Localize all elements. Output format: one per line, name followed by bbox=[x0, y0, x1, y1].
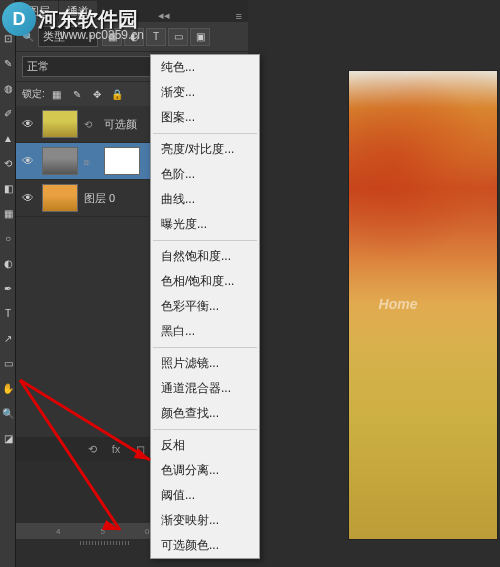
tool-history[interactable]: ⟲ bbox=[1, 151, 15, 175]
document-image[interactable]: Home bbox=[348, 70, 498, 540]
ruler-mark: 5 bbox=[100, 527, 104, 536]
tool-colors[interactable]: ◪ bbox=[1, 426, 15, 450]
adjustment-menu: 纯色... 渐变... 图案... 亮度/对比度... 色阶... 曲线... … bbox=[150, 54, 260, 559]
panel-menu-icon[interactable]: ≡ bbox=[230, 10, 248, 22]
lock-pixel-icon[interactable]: ▦ bbox=[49, 86, 65, 102]
menu-threshold[interactable]: 阈值... bbox=[151, 483, 259, 508]
lock-label: 锁定: bbox=[22, 87, 45, 101]
filter-text-icon[interactable]: T bbox=[146, 28, 166, 46]
tool-text[interactable]: T bbox=[1, 301, 15, 325]
watermark-url: www.pc0359.cn bbox=[60, 28, 144, 42]
menu-photo-filter[interactable]: 照片滤镜... bbox=[151, 351, 259, 376]
lock-brush-icon[interactable]: ✎ bbox=[69, 86, 85, 102]
menu-separator bbox=[153, 347, 257, 348]
tool-pen[interactable]: ✒ bbox=[1, 276, 15, 300]
menu-levels[interactable]: 色阶... bbox=[151, 162, 259, 187]
menu-gradient[interactable]: 渐变... bbox=[151, 80, 259, 105]
canvas-area: Home bbox=[248, 0, 500, 567]
visibility-icon[interactable]: 👁 bbox=[20, 191, 36, 205]
tool-blur[interactable]: ○ bbox=[1, 226, 15, 250]
tool-stamp[interactable]: ▲ bbox=[1, 126, 15, 150]
image-watermark: Home bbox=[379, 296, 418, 312]
link-layers-icon[interactable]: ⟲ bbox=[84, 441, 100, 457]
link-icon: ⟲ bbox=[84, 119, 98, 130]
menu-invert[interactable]: 反相 bbox=[151, 433, 259, 458]
tool-shape[interactable]: ▭ bbox=[1, 351, 15, 375]
menu-separator bbox=[153, 133, 257, 134]
layer-thumb[interactable] bbox=[42, 147, 78, 175]
tool-heal[interactable]: ◍ bbox=[1, 76, 15, 100]
menu-solid-color[interactable]: 纯色... bbox=[151, 55, 259, 80]
ruler-mark: 0 bbox=[145, 527, 149, 536]
menu-color-balance[interactable]: 色彩平衡... bbox=[151, 294, 259, 319]
menu-separator bbox=[153, 429, 257, 430]
filter-shape-icon[interactable]: ▭ bbox=[168, 28, 188, 46]
menu-hue-sat[interactable]: 色相/饱和度... bbox=[151, 269, 259, 294]
tool-eyedropper[interactable]: ✎ bbox=[1, 51, 15, 75]
visibility-icon[interactable]: 👁 bbox=[20, 154, 36, 168]
filter-smart-icon[interactable]: ▣ bbox=[190, 28, 210, 46]
tool-hand[interactable]: ✋ bbox=[1, 376, 15, 400]
logo-icon: D bbox=[2, 2, 36, 36]
mask-icon[interactable]: ◻ bbox=[132, 441, 148, 457]
visibility-icon[interactable]: 👁 bbox=[20, 117, 36, 131]
menu-gradient-map[interactable]: 渐变映射... bbox=[151, 508, 259, 533]
mask-thumb[interactable] bbox=[104, 147, 140, 175]
ruler-mark: 4 bbox=[56, 527, 60, 536]
lock-all-icon[interactable]: 🔒 bbox=[109, 86, 125, 102]
menu-brightness[interactable]: 亮度/对比度... bbox=[151, 137, 259, 162]
lock-move-icon[interactable]: ✥ bbox=[89, 86, 105, 102]
menu-separator bbox=[153, 240, 257, 241]
layer-thumb[interactable] bbox=[42, 184, 78, 212]
menu-exposure[interactable]: 曝光度... bbox=[151, 212, 259, 237]
menu-curves[interactable]: 曲线... bbox=[151, 187, 259, 212]
menu-selective-color[interactable]: 可选颜色... bbox=[151, 533, 259, 558]
tool-zoom[interactable]: 🔍 bbox=[1, 401, 15, 425]
menu-vibrance[interactable]: 自然饱和度... bbox=[151, 244, 259, 269]
panel-collapse-icon[interactable]: ◂◂ bbox=[152, 9, 176, 22]
tool-brush[interactable]: ✐ bbox=[1, 101, 15, 125]
panel-drag-handle[interactable] bbox=[80, 541, 130, 545]
menu-bw[interactable]: 黑白... bbox=[151, 319, 259, 344]
menu-color-lookup[interactable]: 颜色查找... bbox=[151, 401, 259, 426]
tool-path[interactable]: ↗ bbox=[1, 326, 15, 350]
tool-eraser[interactable]: ◧ bbox=[1, 176, 15, 200]
menu-pattern[interactable]: 图案... bbox=[151, 105, 259, 130]
fx-icon[interactable]: fx bbox=[108, 441, 124, 457]
menu-channel-mixer[interactable]: 通道混合器... bbox=[151, 376, 259, 401]
tool-gradient[interactable]: ▦ bbox=[1, 201, 15, 225]
link-icon: ⎄ bbox=[84, 156, 98, 167]
tool-dodge[interactable]: ◐ bbox=[1, 251, 15, 275]
tools-toolbar: ◡ ⊡ ✎ ◍ ✐ ▲ ⟲ ◧ ▦ ○ ◐ ✒ T ↗ ▭ ✋ 🔍 ◪ bbox=[0, 0, 16, 567]
menu-posterize[interactable]: 色调分离... bbox=[151, 458, 259, 483]
layer-thumb[interactable] bbox=[42, 110, 78, 138]
